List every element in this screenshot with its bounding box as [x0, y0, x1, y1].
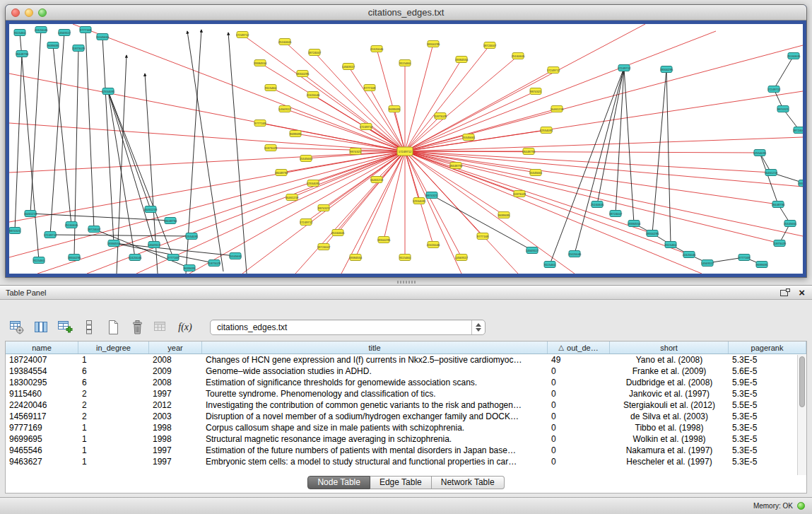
- graph-edge[interactable]: [405, 91, 536, 151]
- tab-edge-table[interactable]: Edge Table: [370, 476, 432, 489]
- graph-node[interactable]: 12554091: [307, 180, 320, 187]
- graph-edge[interactable]: [242, 151, 405, 274]
- graph-node[interactable]: 9115460: [665, 242, 677, 248]
- graph-node[interactable]: 19384554: [349, 255, 363, 261]
- graph-node[interactable]: 9874321: [530, 88, 542, 95]
- close-window-button[interactable]: [11, 8, 20, 17]
- column-header-year[interactable]: year: [149, 341, 202, 354]
- table-row[interactable]: 1456911722003Disruption of a novel membe…: [6, 411, 806, 422]
- graph-edge[interactable]: [405, 151, 778, 204]
- tab-network-table[interactable]: Network Table: [432, 476, 505, 489]
- graph-node[interactable]: 9115460: [33, 257, 45, 264]
- delete-button[interactable]: [128, 318, 146, 337]
- network-canvas[interactable]: 1724971225160605187240071938455418300295…: [9, 24, 803, 274]
- close-panel-icon[interactable]: ×: [799, 288, 805, 297]
- graph-node[interactable]: 14569117: [526, 247, 539, 254]
- graph-node[interactable]: 25160605: [278, 39, 292, 45]
- graph-node[interactable]: 11873029: [434, 113, 447, 119]
- graph-node[interactable]: 12554091: [413, 198, 426, 204]
- graph-node[interactable]: 22420046: [683, 252, 696, 258]
- graph-edge[interactable]: [405, 116, 440, 151]
- graph-node[interactable]: 18300295: [427, 41, 440, 47]
- function-builder-button[interactable]: f(x): [176, 318, 194, 337]
- graph-node[interactable]: 12554091: [540, 127, 553, 134]
- graph-edge[interactable]: [405, 24, 645, 151]
- graph-node[interactable]: 22420046: [427, 242, 440, 248]
- graph-node[interactable]: 14569117: [58, 30, 71, 36]
- graph-node[interactable]: 15345661: [96, 34, 110, 40]
- graph-node[interactable]: 9777169: [254, 120, 266, 127]
- table-selector-dropdown[interactable]: citations_edges.txt: [210, 320, 486, 335]
- graph-node[interactable]: 11873029: [264, 145, 278, 151]
- graph-node[interactable]: 9777169: [477, 233, 489, 240]
- graph-node[interactable]: 19384554: [628, 221, 641, 227]
- graph-edge[interactable]: [30, 30, 41, 214]
- graph-edge[interactable]: [108, 91, 151, 209]
- graph-node[interactable]: 22420046: [307, 92, 320, 98]
- graph-node[interactable]: 14569117: [701, 260, 714, 267]
- graph-edge[interactable]: [624, 68, 634, 223]
- graph-node[interactable]: 9699695: [756, 262, 768, 268]
- graph-node[interactable]: 15345661: [229, 253, 242, 259]
- graph-node[interactable]: 9115460: [265, 85, 277, 91]
- graph-node[interactable]: 17249712: [360, 124, 373, 130]
- graph-node[interactable]: 18448794: [772, 201, 785, 208]
- float-panel-icon[interactable]: [780, 288, 790, 297]
- minimize-window-button[interactable]: [25, 8, 33, 17]
- graph-node[interactable]: 9874321: [777, 106, 789, 112]
- graph-edge[interactable]: [774, 56, 794, 89]
- graph-node[interactable]: 18448794: [16, 51, 29, 57]
- show-columns-button[interactable]: [32, 318, 50, 337]
- graph-node[interactable]: 19384554: [455, 57, 469, 63]
- graph-node[interactable]: 12554091: [753, 150, 767, 156]
- graph-node[interactable]: 12554091: [185, 233, 199, 240]
- graph-edge[interactable]: [50, 235, 192, 236]
- table-row[interactable]: 911546021997Tourette syndrome. Phenomeno…: [6, 388, 806, 399]
- column-header-name[interactable]: name: [6, 341, 78, 354]
- graph-node[interactable]: 18300295: [646, 230, 659, 237]
- table-row[interactable]: 1872400712008Changes of HCN gene express…: [6, 354, 806, 366]
- graph-edge[interactable]: [102, 37, 114, 243]
- graph-node[interactable]: 9699695: [184, 265, 196, 271]
- graph-node[interactable]: 11873029: [773, 240, 787, 247]
- graph-node[interactable]: 19384554: [798, 180, 803, 187]
- graph-node[interactable]: 14569117: [342, 64, 355, 70]
- graph-node[interactable]: 9777169: [167, 255, 180, 261]
- tab-node-table[interactable]: Node Table: [307, 476, 370, 489]
- graph-node[interactable]: 18724007: [308, 49, 322, 56]
- graph-node[interactable]: 25160605: [331, 230, 345, 236]
- graph-node[interactable]: 14569117: [278, 106, 292, 112]
- graph-node[interactable]: 18724007: [317, 244, 331, 250]
- add-rows-button[interactable]: [80, 318, 98, 337]
- graph-edge[interactable]: [108, 91, 135, 257]
- graph-node[interactable]: 17249712: [618, 65, 631, 71]
- graph-node[interactable]: 18448794: [164, 218, 177, 224]
- graph-edge[interactable]: [53, 45, 71, 225]
- new-document-button[interactable]: [104, 318, 122, 337]
- graph-node[interactable]: 9115460: [14, 30, 26, 36]
- graph-node[interactable]: 11873029: [72, 45, 86, 52]
- graph-node[interactable]: 14569117: [148, 242, 161, 248]
- memory-ok-indicator[interactable]: [797, 502, 805, 510]
- graph-node[interactable]: 18724007: [793, 127, 803, 134]
- table-row[interactable]: 1938455462009Genome–wide association stu…: [6, 366, 806, 377]
- graph-node[interactable]: 19384554: [254, 60, 267, 66]
- graph-node[interactable]: 12554091: [102, 88, 115, 95]
- graph-node[interactable]: 11873029: [208, 260, 221, 267]
- graph-edge[interactable]: [405, 70, 553, 151]
- graph-node[interactable]: 15345661: [300, 156, 313, 162]
- graph-node[interactable]: 16461218: [24, 211, 37, 217]
- window-titlebar[interactable]: citations_edges.txt: [6, 5, 806, 21]
- graph-node[interactable]: 15345661: [784, 221, 797, 227]
- graph-node[interactable]: 18724007: [483, 42, 497, 49]
- graph-edge[interactable]: [20, 33, 39, 260]
- graph-node[interactable]: 18448794: [522, 148, 536, 155]
- graph-node[interactable]: 25160605: [512, 53, 525, 59]
- graph-node[interactable]: 18300295: [68, 255, 81, 261]
- graph-node[interactable]: 22420046: [370, 46, 384, 52]
- graph-edge[interactable]: [405, 59, 461, 151]
- graph-node[interactable]: 14569117: [455, 255, 469, 261]
- graph-node[interactable]: 25160605: [787, 53, 801, 59]
- column-header-out_de[interactable]: △out_de…: [548, 341, 610, 354]
- graph-node[interactable]: 9874321: [350, 148, 362, 155]
